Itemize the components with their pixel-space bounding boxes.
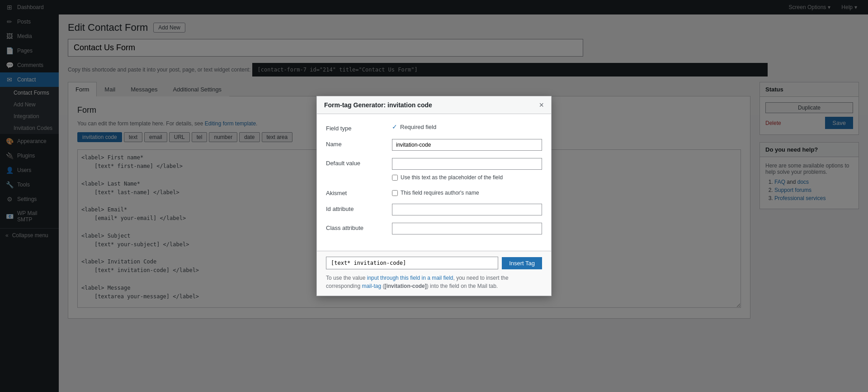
akismet-checkbox-label: This field requires author's name	[401, 190, 479, 196]
akismet-value: This field requires author's name	[392, 188, 542, 196]
modal-overlay: Form-tag Generator: invitation code × Fi…	[0, 0, 868, 392]
required-field-label: Required field	[400, 124, 436, 130]
name-label: Name	[326, 139, 385, 148]
form-tag-generator-modal: Form-tag Generator: invitation code × Fi…	[316, 96, 552, 296]
akismet-checkbox-row: This field requires author's name	[392, 190, 542, 196]
tag-footer-row: Insert Tag	[326, 257, 542, 269]
placeholder-checkbox-row: Use this text as the placeholder of the …	[392, 174, 542, 181]
class-attribute-value	[392, 223, 542, 234]
mail-field-link[interactable]: input through this field in a mail field	[367, 275, 453, 281]
default-value-input[interactable]	[392, 158, 542, 170]
modal-close-button[interactable]: ×	[539, 101, 544, 109]
class-attribute-row: Class attribute	[326, 223, 542, 234]
modal-footer: Insert Tag To use the value input throug…	[317, 251, 551, 296]
field-type-value: ✓ Required field	[392, 123, 542, 130]
placeholder-checkbox[interactable]	[392, 175, 398, 181]
modal-title: Form-tag Generator: invitation code	[324, 101, 432, 109]
akismet-label: Akismet	[326, 188, 385, 196]
check-icon: ✓	[392, 123, 397, 130]
modal-body: Field type ✓ Required field Name Default…	[317, 114, 551, 251]
default-value-content: Use this text as the placeholder of the …	[392, 158, 542, 181]
mail-tag-value: [invitation-code]	[384, 283, 426, 289]
tag-note: To use the value input through this fiel…	[326, 274, 542, 290]
name-row: Name	[326, 139, 542, 151]
field-type-label: Field type	[326, 123, 385, 132]
name-input[interactable]	[392, 139, 542, 151]
id-attribute-row: Id attribute	[326, 204, 542, 215]
mail-tag-link[interactable]: mail-tag	[362, 283, 381, 289]
akismet-row: Akismet This field requires author's nam…	[326, 188, 542, 196]
insert-tag-button[interactable]: Insert Tag	[502, 257, 542, 269]
tag-preview-input[interactable]	[326, 257, 498, 269]
class-attribute-label: Class attribute	[326, 223, 385, 231]
placeholder-checkbox-label: Use this text as the placeholder of the …	[401, 174, 503, 181]
default-value-label: Default value	[326, 158, 385, 167]
id-attribute-input[interactable]	[392, 204, 542, 215]
field-type-row: Field type ✓ Required field	[326, 123, 542, 132]
default-value-row: Default value Use this text as the place…	[326, 158, 542, 181]
class-attribute-input[interactable]	[392, 223, 542, 234]
modal-header: Form-tag Generator: invitation code ×	[317, 96, 551, 114]
required-field-row: ✓ Required field	[392, 123, 542, 130]
akismet-checkbox[interactable]	[392, 190, 398, 196]
name-value	[392, 139, 542, 151]
id-attribute-label: Id attribute	[326, 204, 385, 212]
id-attribute-value	[392, 204, 542, 215]
